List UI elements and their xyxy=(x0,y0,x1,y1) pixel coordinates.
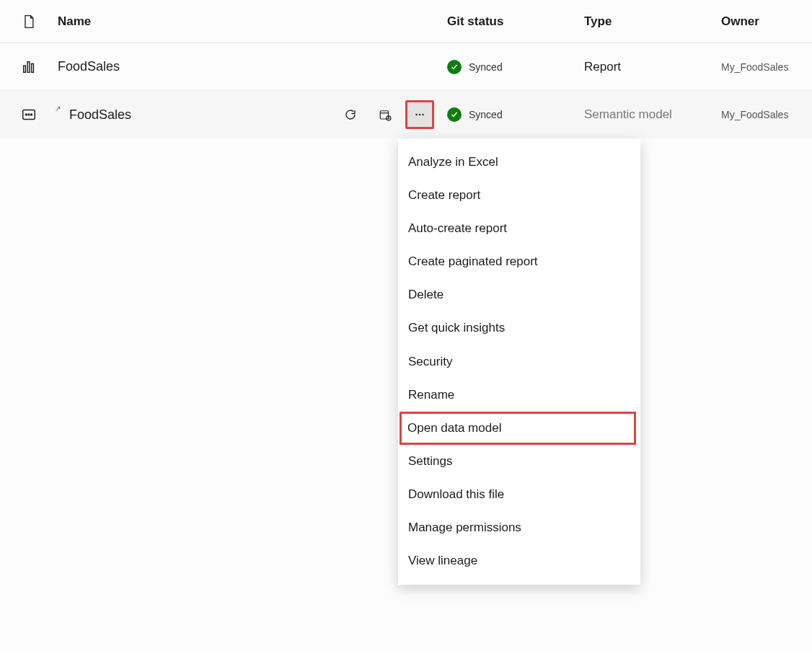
item-type: Semantic model xyxy=(584,107,672,121)
item-name[interactable]: FoodSales xyxy=(58,59,120,74)
svg-rect-0 xyxy=(24,66,26,72)
item-type: Report xyxy=(584,60,621,74)
column-header-type[interactable]: Type xyxy=(584,14,721,29)
item-owner: My_FoodSales xyxy=(721,61,788,73)
git-status: Synced xyxy=(469,109,503,120)
svg-rect-7 xyxy=(380,111,388,119)
semantic-model-icon xyxy=(0,107,58,123)
svg-point-10 xyxy=(419,114,420,115)
linked-icon: ↗ xyxy=(55,105,61,112)
refresh-button[interactable] xyxy=(336,100,365,129)
item-owner: My_FoodSales xyxy=(721,109,788,120)
item-name[interactable]: FoodSales xyxy=(69,107,131,123)
svg-point-9 xyxy=(415,114,417,115)
synced-icon xyxy=(447,107,462,122)
column-header-name[interactable]: Name xyxy=(58,14,447,29)
report-icon xyxy=(0,59,58,75)
svg-point-11 xyxy=(422,114,423,115)
column-header-icon xyxy=(0,14,58,30)
synced-icon xyxy=(447,60,462,74)
svg-rect-2 xyxy=(32,63,34,72)
more-options-button[interactable] xyxy=(405,100,434,129)
table-row[interactable]: ↗ FoodSales xyxy=(0,91,812,138)
column-header-owner[interactable]: Owner xyxy=(721,14,812,29)
svg-rect-1 xyxy=(27,61,30,72)
svg-point-5 xyxy=(28,114,30,115)
svg-point-4 xyxy=(25,114,27,115)
schedule-refresh-button[interactable] xyxy=(371,100,400,129)
git-status: Synced xyxy=(469,61,503,73)
table-row[interactable]: FoodSales Synced Report My_FoodSales xyxy=(0,43,812,91)
column-header-git[interactable]: Git status xyxy=(447,14,584,29)
table-header: Name Git status Type Owner xyxy=(0,0,812,43)
row-actions xyxy=(336,100,434,129)
svg-point-6 xyxy=(31,114,32,115)
